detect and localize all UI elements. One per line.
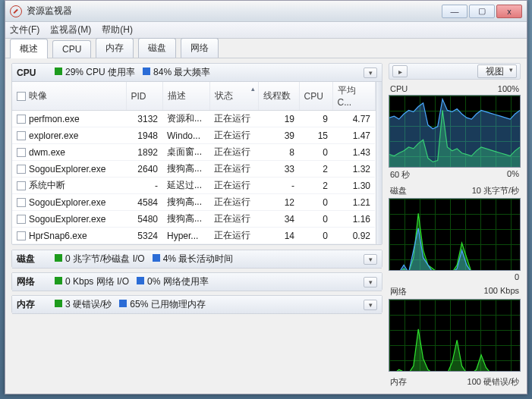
disk-chart — [389, 198, 521, 271]
table-row[interactable]: SogouExplorer.exe2640搜狗高...正在运行3321.32 — [12, 161, 375, 178]
row-checkbox[interactable] — [17, 181, 26, 190]
disk-section: 磁盘 0 兆字节/秒磁盘 I/O 4% 最长活动时间 ▾ — [11, 250, 382, 268]
network-section: 网络 0 Kbps 网络 I/O 0% 网络使用率 ▾ — [11, 272, 382, 291]
disk-chart-min: 0 — [515, 272, 519, 281]
close-button[interactable]: x — [496, 5, 522, 18]
table-row[interactable]: SogouExplorer.exe4584搜狗高...正在运行1201.21 — [12, 194, 375, 211]
net-usage-indicator: 0% 网络使用率 — [137, 275, 209, 288]
disk-section-header[interactable]: 磁盘 0 兆字节/秒磁盘 I/O 4% 最长活动时间 ▾ — [12, 250, 382, 269]
cpu-chart-block: CPU 100% 60 秒 0% — [389, 84, 521, 181]
cpu-chart-max: 100% — [498, 84, 519, 93]
mem-chart-max: 100 硬错误/秒 — [467, 376, 519, 388]
menu-help[interactable]: 帮助(H) — [102, 24, 133, 36]
mem-chart-title: 内存 — [390, 376, 407, 388]
net-chart-title: 网络 — [390, 286, 407, 297]
svg-marker-2 — [389, 213, 520, 271]
expand-network-button[interactable]: ▾ — [364, 277, 377, 287]
svg-marker-3 — [389, 228, 520, 271]
table-row[interactable]: HprSnap6.exe5324Hyper...正在运行1400.92 — [12, 228, 375, 244]
table-row[interactable]: SogouExplorer.exe5480搜狗高...正在运行3401.16 — [12, 211, 375, 228]
minimize-button[interactable]: — — [442, 5, 467, 18]
menubar: 文件(F) 监视器(M) 帮助(H) — [5, 22, 527, 39]
mem-chart-block: 内存 100 硬错误/秒 — [389, 376, 521, 389]
col-pid[interactable]: PID — [126, 82, 162, 111]
memory-section-header[interactable]: 内存 3 硬错误/秒 65% 已用物理内存 ▾ — [12, 296, 382, 314]
mem-hardfault-indicator: 3 硬错误/秒 — [55, 298, 112, 311]
tab-disk[interactable]: 磁盘 — [138, 38, 176, 58]
col-avg[interactable]: 平均 C... — [332, 82, 375, 111]
cpu-usage-indicator: 29% CPU 使用率 — [55, 66, 135, 79]
table-row[interactable]: explorer.exe1948Windo...正在运行39151.47 — [12, 127, 375, 144]
disk-active-indicator: 4% 最长活动时间 — [153, 253, 234, 265]
tab-network[interactable]: 网络 — [181, 38, 219, 58]
tab-overview[interactable]: 概述 — [10, 39, 48, 58]
memory-section-title: 内存 — [17, 298, 47, 311]
col-threads[interactable]: 线程数 — [258, 82, 299, 111]
table-row[interactable]: dwm.exe1892桌面窗...正在运行801.43 — [12, 144, 375, 161]
cpu-maxfreq-indicator: 84% 最大频率 — [143, 66, 210, 79]
select-all-checkbox[interactable] — [17, 92, 26, 101]
table-row[interactable]: perfmon.exe3132资源和...正在运行1994.77 — [12, 111, 375, 127]
cpu-section: CPU 29% CPU 使用率 84% 最大频率 ▾ 映像 — [11, 63, 382, 245]
cpu-section-header[interactable]: CPU 29% CPU 使用率 84% 最大频率 ▾ — [12, 64, 382, 82]
cpu-section-title: CPU — [17, 68, 47, 78]
menu-monitor[interactable]: 监视器(M) — [50, 24, 91, 36]
app-icon — [10, 5, 22, 17]
cpu-chart-title: CPU — [390, 84, 408, 93]
disk-io-indicator: 0 兆字节/秒磁盘 I/O — [55, 253, 145, 265]
net-chart — [389, 299, 521, 372]
row-checkbox[interactable] — [17, 115, 26, 124]
disk-chart-title: 磁盘 — [390, 185, 407, 196]
process-table: 映像 PID 描述 状态▴ 线程数 CPU 平均 C... perfmon.ex… — [12, 82, 376, 244]
col-desc[interactable]: 描述 — [162, 82, 209, 111]
charts-header: ▸ 视图 — [389, 63, 521, 80]
tab-cpu[interactable]: CPU — [52, 40, 91, 58]
row-checkbox[interactable] — [17, 198, 26, 207]
view-dropdown[interactable]: 视图 — [477, 64, 517, 78]
expand-disk-button[interactable]: ▾ — [364, 254, 377, 265]
tab-memory[interactable]: 内存 — [96, 38, 134, 58]
right-pane: ▸ 视图 CPU 100% 60 秒 0% 磁盘 — [386, 58, 527, 394]
cpu-chart — [389, 95, 521, 168]
cpu-chart-xaxis: 60 秒 — [390, 169, 410, 181]
menu-file[interactable]: 文件(F) — [10, 24, 39, 36]
cpu-chart-min: 0% — [507, 169, 519, 181]
tabstrip: 概述 CPU 内存 磁盘 网络 — [5, 39, 527, 58]
app-window: 资源监视器 — ▢ x 文件(F) 监视器(M) 帮助(H) 概述 CPU 内存… — [5, 0, 527, 394]
charts-collapse-button[interactable]: ▸ — [392, 65, 408, 77]
svg-marker-1 — [389, 99, 520, 168]
network-section-header[interactable]: 网络 0 Kbps 网络 I/O 0% 网络使用率 ▾ — [12, 273, 382, 291]
row-checkbox[interactable] — [17, 148, 26, 157]
titlebar[interactable]: 资源监视器 — ▢ x — [5, 1, 527, 22]
net-chart-block: 网络 100 Kbps — [389, 286, 521, 372]
net-io-indicator: 0 Kbps 网络 I/O — [55, 275, 129, 288]
expand-memory-button[interactable]: ▾ — [364, 300, 377, 310]
maximize-button[interactable]: ▢ — [469, 5, 495, 18]
table-header-row: 映像 PID 描述 状态▴ 线程数 CPU 平均 C... — [12, 82, 375, 111]
expand-cpu-button[interactable]: ▾ — [364, 68, 377, 78]
row-checkbox[interactable] — [17, 231, 26, 240]
disk-section-title: 磁盘 — [17, 253, 47, 265]
memory-section: 内存 3 硬错误/秒 65% 已用物理内存 ▾ — [11, 295, 382, 313]
window-title: 资源监视器 — [27, 5, 72, 17]
row-checkbox[interactable] — [17, 215, 26, 224]
net-chart-max: 100 Kbps — [484, 286, 519, 297]
network-section-title: 网络 — [17, 275, 47, 288]
row-checkbox[interactable] — [17, 165, 26, 174]
col-image[interactable]: 映像 — [12, 82, 126, 111]
col-cpu[interactable]: CPU — [299, 82, 332, 111]
col-status[interactable]: 状态▴ — [209, 82, 258, 111]
disk-chart-block: 磁盘 10 兆字节/秒 0 — [389, 185, 521, 281]
row-checkbox[interactable] — [17, 131, 26, 140]
left-pane: CPU 29% CPU 使用率 84% 最大频率 ▾ 映像 — [5, 58, 386, 394]
table-row[interactable]: 系统中断-延迟过...正在运行-21.30 — [12, 178, 375, 194]
mem-used-indicator: 65% 已用物理内存 — [119, 298, 205, 311]
table-scrollbar[interactable] — [376, 82, 382, 244]
disk-chart-max: 10 兆字节/秒 — [472, 185, 519, 196]
